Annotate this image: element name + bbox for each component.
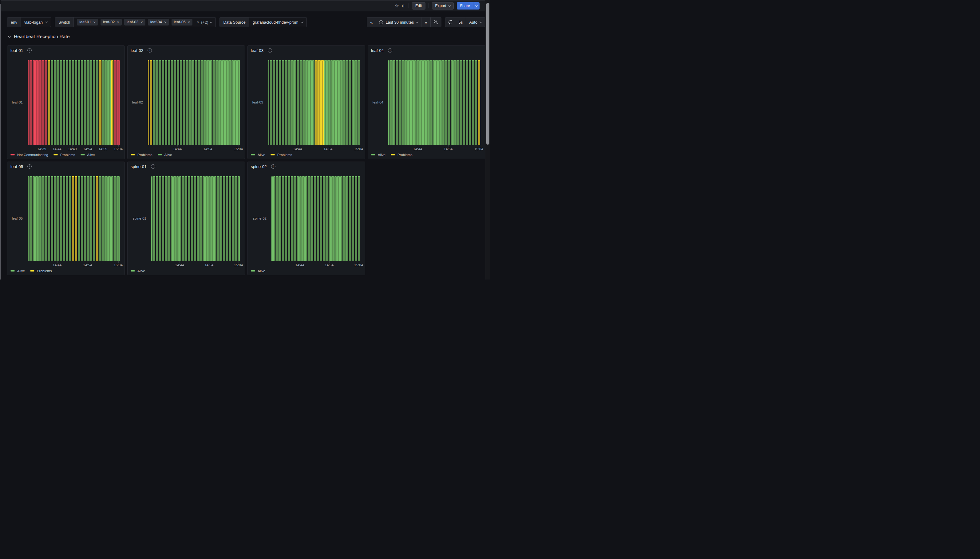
info-icon[interactable]: i bbox=[27, 164, 32, 169]
legend-pill-alive bbox=[251, 270, 255, 271]
info-icon[interactable]: i bbox=[268, 48, 272, 53]
variable-env: env vlab-logan bbox=[7, 17, 51, 27]
state-bar-alive bbox=[78, 176, 80, 261]
panel-title[interactable]: spine-01 bbox=[131, 164, 147, 169]
state-bar-alive bbox=[69, 60, 71, 145]
panel-title[interactable]: leaf-01 bbox=[10, 48, 23, 53]
state-bar-alive bbox=[111, 176, 114, 261]
legend-item-alive[interactable]: Alive bbox=[81, 153, 95, 157]
x-tick-label: 14:54 bbox=[325, 263, 333, 267]
remove-chip-icon[interactable]: × bbox=[141, 20, 143, 24]
info-icon[interactable]: i bbox=[148, 48, 152, 53]
state-bar-alive bbox=[72, 60, 75, 145]
x-tick-mark bbox=[42, 145, 42, 147]
x-tick-label: 15:04 bbox=[114, 147, 123, 151]
bars bbox=[28, 176, 119, 261]
legend: ProblemsAlive bbox=[131, 153, 172, 157]
time-range-button[interactable]: Last 30 minutes bbox=[376, 18, 421, 27]
state-bar-alive bbox=[320, 176, 322, 261]
info-icon[interactable]: i bbox=[271, 164, 275, 169]
time-shift-forward-button[interactable]: » bbox=[421, 18, 430, 27]
panel-title[interactable]: leaf-03 bbox=[251, 48, 264, 53]
remove-chip-icon[interactable]: × bbox=[188, 20, 190, 24]
legend-item-alive[interactable]: Alive bbox=[10, 269, 25, 273]
panel-title[interactable]: spine-02 bbox=[251, 164, 267, 169]
scrollbar-thumb[interactable] bbox=[486, 3, 489, 145]
switch-overflow-button[interactable]: × (+2) bbox=[196, 18, 216, 27]
state-bar-alive bbox=[402, 60, 405, 145]
legend-item-alive[interactable]: Alive bbox=[251, 153, 265, 157]
star-button[interactable]: ☆ bbox=[395, 3, 399, 8]
legend-label: Alive bbox=[164, 153, 172, 157]
legend-item-problems[interactable]: Problems bbox=[30, 269, 52, 273]
page-scrollbar[interactable] bbox=[485, 0, 490, 280]
y-axis-label: spine-02 bbox=[250, 217, 267, 220]
export-button[interactable]: Export bbox=[432, 2, 454, 10]
chip-label: leaf-01 bbox=[79, 20, 91, 24]
legend-item-down[interactable]: Not Communicating bbox=[10, 153, 48, 157]
share-menu-button[interactable] bbox=[473, 2, 479, 10]
left-edge-scrollbar[interactable] bbox=[0, 4, 1, 280]
state-bar-alive bbox=[179, 176, 181, 261]
switch-chip[interactable]: leaf-03× bbox=[124, 19, 145, 25]
state-bar-partial bbox=[268, 60, 269, 145]
state-bar-alive bbox=[90, 60, 93, 145]
legend-label: Alive bbox=[138, 269, 145, 273]
legend: AliveProblems bbox=[251, 153, 292, 157]
remove-chip-icon[interactable]: × bbox=[93, 20, 96, 24]
info-icon[interactable]: i bbox=[27, 48, 32, 53]
state-bar-alive bbox=[342, 60, 345, 145]
switch-label: Switch bbox=[55, 18, 74, 27]
info-icon[interactable]: i bbox=[388, 48, 392, 53]
state-bar-alive bbox=[207, 60, 210, 145]
chip-label: leaf-05 bbox=[174, 20, 186, 24]
switch-chip[interactable]: leaf-01× bbox=[77, 19, 98, 25]
state-bar-alive bbox=[308, 176, 310, 261]
panel-title[interactable]: leaf-02 bbox=[131, 48, 143, 53]
legend-item-alive[interactable]: Alive bbox=[131, 269, 145, 273]
clear-all-icon[interactable]: × bbox=[197, 20, 199, 25]
section-header-heartbeat[interactable]: Heartbeat Reception Rate bbox=[8, 34, 70, 39]
remove-chip-icon[interactable]: × bbox=[117, 20, 119, 24]
legend-item-problems[interactable]: Problems bbox=[131, 153, 153, 157]
remove-chip-icon[interactable]: × bbox=[164, 20, 167, 24]
refresh-button[interactable] bbox=[445, 18, 456, 27]
legend-item-alive[interactable]: Alive bbox=[251, 269, 265, 273]
state-bar-alive bbox=[174, 60, 176, 145]
edit-button[interactable]: Edit bbox=[412, 2, 425, 10]
state-bar-alive bbox=[186, 60, 189, 145]
legend-item-problems[interactable]: Problems bbox=[270, 153, 292, 157]
panels-grid: leaf-01 i leaf-01 14:3914:4414:4914:5414… bbox=[7, 45, 485, 275]
env-select[interactable]: vlab-logan bbox=[21, 18, 51, 27]
state-bar-alive bbox=[183, 60, 186, 145]
legend-item-problems[interactable]: Problems bbox=[53, 153, 75, 157]
datasource-value: grafanacloud-hhdev-prom bbox=[253, 20, 298, 25]
info-icon[interactable]: i bbox=[151, 164, 155, 169]
legend-item-alive[interactable]: Alive bbox=[158, 153, 172, 157]
state-bar-alive bbox=[216, 60, 219, 145]
legend-pill-problems bbox=[131, 154, 135, 155]
state-bar-alive bbox=[355, 60, 357, 145]
x-tick-label: 15:04 bbox=[234, 263, 243, 267]
panel-title[interactable]: leaf-04 bbox=[371, 48, 384, 53]
refresh-mode-button[interactable]: Auto bbox=[466, 18, 485, 27]
state-bar-alive bbox=[84, 60, 86, 145]
switch-chip[interactable]: leaf-04× bbox=[148, 19, 169, 25]
datasource-select[interactable]: grafanacloud-hhdev-prom bbox=[249, 18, 307, 27]
legend-item-alive[interactable]: Alive bbox=[371, 153, 385, 157]
legend-pill-problems bbox=[391, 154, 395, 155]
x-tick-label: 14:54 bbox=[83, 263, 92, 267]
controls-spacer bbox=[310, 17, 363, 27]
double-chevron-right-icon: » bbox=[425, 20, 427, 25]
state-bar-alive bbox=[309, 60, 312, 145]
panel: leaf-02 i leaf-02 14:4414:5415:04 Proble… bbox=[127, 45, 245, 159]
share-button[interactable]: Share bbox=[457, 2, 473, 10]
switch-chip[interactable]: leaf-02× bbox=[101, 19, 122, 25]
x-tick-mark bbox=[57, 261, 58, 263]
legend-item-problems[interactable]: Problems bbox=[391, 153, 413, 157]
time-shift-back-button[interactable]: « bbox=[367, 18, 376, 27]
state-bar-partial bbox=[151, 176, 153, 261]
zoom-out-button[interactable] bbox=[430, 18, 441, 27]
switch-chip[interactable]: leaf-05× bbox=[172, 19, 193, 25]
panel-title[interactable]: leaf-05 bbox=[10, 164, 23, 169]
